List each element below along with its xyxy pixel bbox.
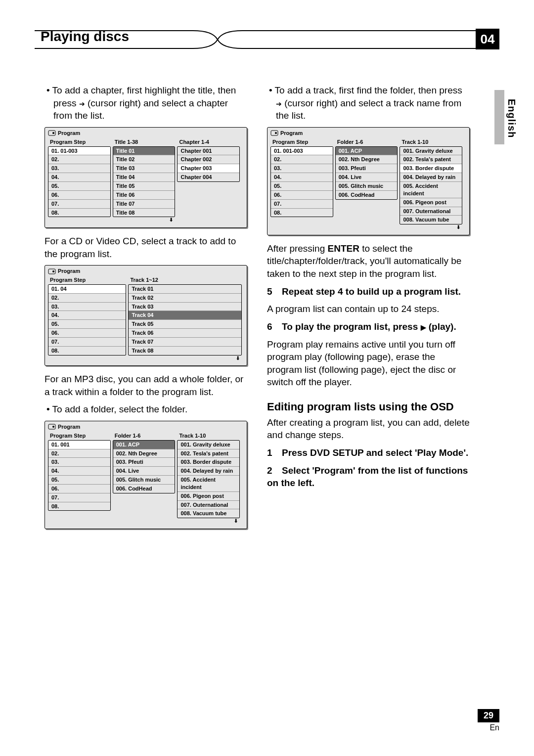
osd-mp3-folder: Program Program Step 01. 001 02. 03. 04.… xyxy=(44,421,247,529)
right-column: To add a track, first find the folder, t… xyxy=(267,84,470,536)
scroll-down-icon: ⬇ xyxy=(128,355,242,363)
chapter-title: Playing discs xyxy=(41,29,129,44)
bullet-add-chapter: To add a chapter, first highlight the ti… xyxy=(44,84,247,122)
section-intro: After creating a program list, you can a… xyxy=(267,416,470,442)
page-header: Playing discs xyxy=(35,30,499,49)
svg-point-5 xyxy=(52,426,54,428)
para-cd: For a CD or Video CD, select a track to … xyxy=(44,235,247,260)
step-5: 5Repeat step 4 to build up a program lis… xyxy=(267,285,470,298)
program-icon xyxy=(48,424,56,430)
page-footer: 29 En xyxy=(478,709,499,732)
edit-step-2: 2Select 'Program' from the list of funct… xyxy=(267,464,470,489)
scroll-down-icon: ⬇ xyxy=(177,518,240,526)
chapter-list: Chapter 001 Chapter 002 Chapter 003 Chap… xyxy=(177,146,240,182)
program-icon xyxy=(48,130,56,136)
osd-dvd-title-chapter: Program Program Step 01. 01-003 02. 03. … xyxy=(44,127,247,228)
language-tab: English xyxy=(506,99,517,138)
section-heading: Editing program lists using the OSD xyxy=(267,400,470,414)
page-number: 29 xyxy=(478,709,499,722)
title-list: Title 01 Title 02 Title 03 Title 04 Titl… xyxy=(113,146,176,218)
svg-point-3 xyxy=(52,270,54,272)
osd-cd-track: Program Program Step 01. 04 02. 03. 04. … xyxy=(44,265,247,366)
step-6: 6To play the program list, press (play). xyxy=(267,320,470,333)
svg-point-7 xyxy=(275,132,277,134)
para-after-enter: After pressing ENTER to select the title… xyxy=(267,242,470,280)
page-lang: En xyxy=(478,723,499,732)
scroll-down-icon: ⬇ xyxy=(113,217,176,224)
scroll-down-icon: ⬇ xyxy=(400,224,462,232)
cursor-right-icon xyxy=(79,98,85,108)
program-icon xyxy=(270,130,278,136)
chapter-number: 04 xyxy=(476,29,499,49)
cursor-right-icon xyxy=(276,98,282,108)
left-column: To add a chapter, first highlight the ti… xyxy=(44,84,247,536)
bullet-add-folder: To add a folder, select the folder. xyxy=(44,403,247,416)
osd-header: Program xyxy=(46,129,246,138)
edit-step-1: 1Press DVD SETUP and select 'Play Mode'. xyxy=(267,446,470,459)
content: To add a chapter, first highlight the ti… xyxy=(44,84,470,536)
step-5-body: A program list can contain up to 24 step… xyxy=(267,303,470,315)
program-steps: 01. 01-003 02. 03. 04. 05. 06. 07. 08. xyxy=(48,146,111,218)
bullet-add-track: To add a track, first find the folder, t… xyxy=(267,84,470,122)
enter-key: ENTER xyxy=(328,243,359,254)
osd-mp3-track: Program Program Step 01. 001-003 02. 03.… xyxy=(267,127,470,235)
para-mp3: For an MP3 disc, you can add a whole fol… xyxy=(44,373,247,398)
svg-point-1 xyxy=(52,132,54,134)
program-icon xyxy=(48,268,56,274)
play-icon xyxy=(421,321,426,332)
thumb-tab xyxy=(494,90,504,144)
step-6-body: Program play remains active until you tu… xyxy=(267,338,470,389)
